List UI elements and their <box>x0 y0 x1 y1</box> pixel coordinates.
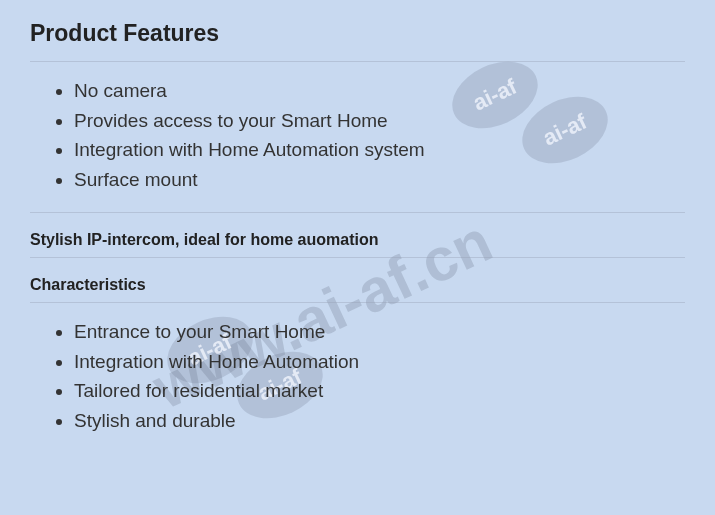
divider <box>30 212 685 213</box>
intercom-subheading: Stylish IP-intercom, ideal for home auom… <box>30 231 685 249</box>
feature-item: No camera <box>74 76 685 106</box>
characteristics-list: Entrance to your Smart Home Integration … <box>30 317 685 435</box>
product-features-heading: Product Features <box>30 20 685 47</box>
content-area: Product Features No camera Provides acce… <box>30 20 685 435</box>
feature-item: Provides access to your Smart Home <box>74 106 685 136</box>
characteristic-item: Entrance to your Smart Home <box>74 317 685 347</box>
characteristic-item: Tailored for residential market <box>74 376 685 406</box>
features-list: No camera Provides access to your Smart … <box>30 76 685 194</box>
divider <box>30 302 685 303</box>
characteristic-item: Stylish and durable <box>74 406 685 436</box>
feature-item: Surface mount <box>74 165 685 195</box>
feature-item: Integration with Home Automation system <box>74 135 685 165</box>
divider <box>30 257 685 258</box>
characteristics-subheading: Characteristics <box>30 276 685 294</box>
characteristic-item: Integration with Home Automation <box>74 347 685 377</box>
divider <box>30 61 685 62</box>
